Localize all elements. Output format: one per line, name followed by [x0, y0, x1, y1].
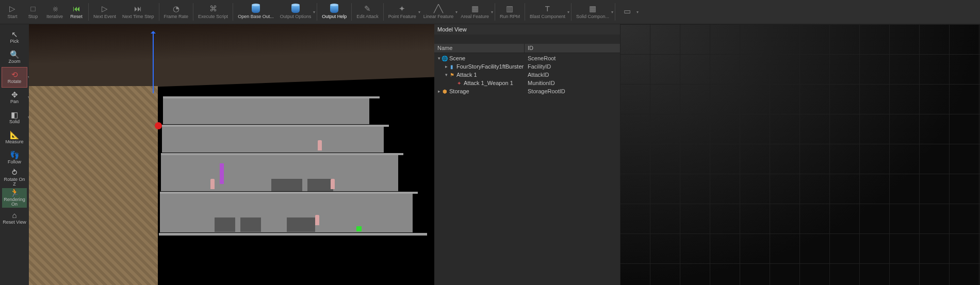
start-label: Start: [7, 14, 17, 20]
run-rpm-button[interactable]: ▥Run RPM: [497, 1, 523, 23]
node-id: SceneRoot: [525, 55, 620, 61]
attack-marker: [155, 122, 162, 129]
tree-row[interactable]: ▸⬢StorageStorageRootID: [434, 87, 620, 95]
node-name: Storage: [449, 88, 469, 94]
solid-comp-label: Solid Compon...: [576, 14, 609, 20]
viewport-3d[interactable]: [29, 24, 434, 285]
reset-view-tool[interactable]: ⌂Reset View: [2, 208, 27, 228]
reset-view-label: Reset View: [3, 220, 26, 225]
z-axis-gizmo: [153, 31, 154, 93]
start-button[interactable]: ▷Start: [2, 1, 23, 23]
tree-row[interactable]: ✦Attack 1_Weapon 1MunitionID: [434, 79, 620, 87]
areal-feature-button[interactable]: ▦Areal Feature: [458, 1, 492, 23]
person-run-icon: 🏃: [10, 189, 20, 197]
chevron-down-icon[interactable]: ▾: [611, 10, 613, 14]
chevron-down-icon[interactable]: ▾: [636, 10, 639, 14]
separator: [317, 3, 317, 21]
chevron-down-icon[interactable]: ▾: [491, 10, 493, 14]
person-figure: [210, 179, 215, 189]
node-id: FacilityID: [525, 63, 620, 70]
rotate-z-label: Rotate On Z: [2, 177, 27, 187]
background-grid: [620, 24, 980, 285]
open-base-button[interactable]: Open Base Out...: [235, 1, 277, 23]
footsteps-icon: 👣: [10, 151, 20, 159]
node-icon: ⚑: [449, 72, 455, 78]
solid-comp-button[interactable]: ▦Solid Compon...: [573, 1, 612, 23]
tree-row[interactable]: ▾⚑Attack 1AttackID: [434, 71, 620, 79]
iterative-label: Iterative: [46, 14, 63, 20]
frame-rate-label: Frame Rate: [164, 14, 189, 20]
solid-tool[interactable]: ◧Solid▾: [2, 108, 27, 127]
tree-row[interactable]: ▸▮FourStoryFacility1ftBursterFacilityID: [434, 62, 620, 71]
solid-label: Solid: [9, 120, 20, 124]
node-name: Scene: [449, 55, 465, 61]
crate: [307, 179, 333, 191]
rendering-toggle[interactable]: 🏃Rendering On: [2, 188, 27, 208]
extra-button[interactable]: ▭: [617, 1, 638, 23]
expand-toggle-icon[interactable]: ▸: [436, 89, 442, 94]
pointer-icon: ↖: [11, 30, 18, 39]
col-name-header[interactable]: Name: [434, 44, 525, 53]
frame-rate-button[interactable]: ◔Frame Rate: [161, 1, 192, 23]
node-icon: 🌐: [442, 55, 448, 61]
model-view-panel: Model View Name ID ▾🌐SceneSceneRoot▸▮Fou…: [434, 24, 620, 285]
rotate-icon: ⟲: [11, 71, 18, 79]
marker-green: [356, 226, 362, 231]
col-id-header[interactable]: ID: [525, 44, 620, 53]
measure-tool[interactable]: 📐Measure: [2, 128, 27, 147]
exec-script-button[interactable]: ⌘Execute Script: [195, 1, 231, 23]
node-name: FourStoryFacility1ftBurster: [456, 63, 524, 70]
pan-tool[interactable]: ✥Pan▾: [2, 88, 27, 107]
stop-button[interactable]: □Stop: [23, 1, 43, 23]
linear-feature-button[interactable]: ╱╲Linear Feature: [420, 1, 457, 23]
expand-toggle-icon[interactable]: ▾: [436, 56, 442, 61]
expand-toggle-icon[interactable]: ▸: [444, 64, 449, 69]
blast-comp-button[interactable]: TBlast Component: [527, 1, 568, 23]
terrain-cut: [29, 86, 158, 285]
terrain-surface: [29, 24, 434, 91]
wall: [162, 127, 384, 153]
rotate-tool[interactable]: ⟲Rotate▾: [2, 68, 27, 87]
iterative-button[interactable]: ⨳Iterative: [43, 1, 66, 23]
tree-row[interactable]: ▾🌐SceneSceneRoot: [434, 54, 620, 62]
areal-label: Areal Feature: [461, 14, 489, 20]
road-icon: ╱╲: [434, 4, 443, 13]
output-help-button[interactable]: Output Help: [319, 1, 350, 23]
crate: [215, 217, 235, 232]
database-help-icon: [330, 4, 338, 13]
exec-script-label: Execute Script: [198, 14, 228, 20]
scene-tree[interactable]: ▾🌐SceneSceneRoot▸▮FourStoryFacility1ftBu…: [434, 53, 620, 96]
node-id: MunitionID: [525, 80, 620, 86]
expand-toggle-icon[interactable]: ▾: [444, 72, 449, 77]
tree-header: Name ID: [434, 44, 620, 53]
tree-icon: ✦: [399, 4, 405, 13]
follow-tool[interactable]: 👣Follow: [2, 148, 27, 167]
wall: [160, 194, 413, 232]
play-icon: ▷: [9, 4, 15, 13]
cube-icon: ◧: [11, 111, 18, 119]
next-step-button[interactable]: ⏭Next Time Step: [119, 1, 157, 23]
box-icon: ▭: [624, 7, 631, 16]
rotate-z-tool[interactable]: ⥁Rotate On Z: [2, 168, 27, 188]
node-icon: ✦: [456, 80, 462, 86]
person-figure: [318, 140, 322, 150]
database-options-icon: [291, 4, 300, 13]
zoom-label: Zoom: [8, 59, 20, 64]
point-label: Point Feature: [388, 14, 416, 20]
chevron-down-icon[interactable]: ▾: [313, 10, 315, 14]
blast-comp-label: Blast Component: [530, 14, 565, 20]
pick-tool[interactable]: ↖Pick: [2, 27, 27, 47]
output-options-button[interactable]: Output Options: [277, 1, 315, 23]
point-feature-button[interactable]: ✦Point Feature: [385, 1, 419, 23]
separator: [525, 3, 525, 21]
next-event-button[interactable]: ▷Next Event: [90, 1, 119, 23]
reset-button[interactable]: ⏮Reset: [66, 1, 87, 23]
node-id: StorageRootID: [525, 88, 620, 94]
chevron-down-icon[interactable]: ▾: [567, 10, 569, 14]
panel-title: Model View: [434, 24, 620, 35]
crate: [287, 217, 315, 232]
zoom-tool[interactable]: 🔍Zoom: [2, 47, 27, 67]
edit-attack-button[interactable]: ✎Edit Attack: [353, 1, 382, 23]
next-step-icon: ⏭: [134, 4, 142, 13]
person-figure: [315, 215, 319, 225]
